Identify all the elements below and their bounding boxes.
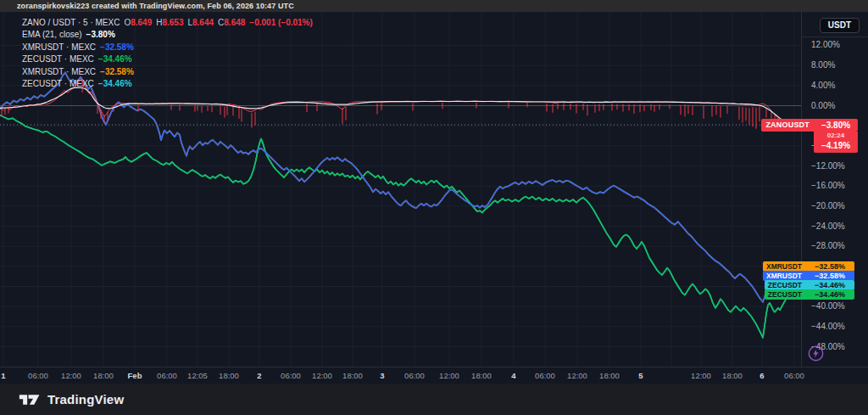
symbol-title: ZANO / USDT · 5 · MEXC (22, 19, 120, 27)
snapshot-header: zoranspirkovski223 created with TradingV… (0, 0, 868, 12)
legend-compare-row-zec-teal[interactable]: ZECUSDT · MEXC −34.46% (22, 80, 313, 88)
time-axis-tick: 18:00 (599, 371, 620, 380)
time-axis-tick: 18:00 (722, 371, 743, 380)
time-axis-tick: 06:00 (281, 371, 301, 380)
zano-price-label-value: −3.80% (814, 119, 858, 132)
time-axis-tick: 12:00 (312, 371, 332, 380)
time-axis-tick: 5 (638, 371, 643, 380)
tradingview-logo-icon[interactable] (19, 391, 41, 408)
tradingview-snapshot: { "header": { "text": "zoranspirkovski22… (0, 0, 868, 415)
tradingview-wordmark[interactable]: TradingView (47, 392, 124, 407)
ohlc-low: L8.644 (187, 19, 214, 27)
price-axis-tick: 4.00% (811, 81, 835, 90)
price-axis-tick: 0.00% (811, 102, 835, 110)
time-axis-tick: 12:05 (187, 371, 208, 380)
time-axis-tick: Feb (128, 371, 142, 380)
zano-price-label: ZANOUSDT −3.80% 02:24 −4.19% (761, 119, 858, 153)
price-axis-tick: 12.00% (811, 41, 840, 49)
price-axis-top-separator (802, 36, 868, 37)
bar-countdown: 02:24 (814, 132, 858, 139)
ema-price-label-value: −4.19% (814, 139, 858, 153)
compare-price-label-value: −34.46% (805, 289, 854, 300)
time-axis-tick: 12:00 (61, 371, 81, 380)
ohlc-close: C8.648 (218, 19, 245, 27)
time-axis-tick: 18:00 (93, 371, 114, 380)
time-axis-tick: 1 (1, 371, 5, 380)
compare-price-label-tag: ZECUSDT (765, 289, 805, 300)
price-axis-tick: 8.00% (811, 61, 835, 70)
legend-ema-row[interactable]: EMA (21, close) −3.80% (22, 31, 313, 39)
price-axis-border (801, 12, 802, 367)
price-axis-tick: −24.00% (811, 222, 845, 231)
time-axis-tick: 12:00 (439, 371, 459, 380)
time-axis-tick: 4 (511, 371, 515, 380)
legend-compare-row-zec-green[interactable]: ZECUSDT · MEXC −34.46% (22, 55, 313, 64)
price-axis-tick: −20.00% (811, 202, 845, 210)
snapshot-header-text: zoranspirkovski223 created with TradingV… (17, 2, 294, 10)
time-axis-tick: 12:00 (691, 371, 711, 380)
footer: TradingView (0, 384, 868, 415)
ohlc-open: O8.649 (124, 19, 152, 27)
currency-toggle-button[interactable]: USDT (820, 18, 860, 33)
legend-compare-row-xmr-orange[interactable]: XMRUSDT · MEXC −32.58% (22, 68, 313, 76)
time-axis-tick: 12:00 (567, 371, 587, 380)
legend-compare-row-xmr-blue[interactable]: XMRUSDT · MEXC −32.58% (22, 43, 313, 52)
time-axis-tick: 18:00 (342, 371, 363, 380)
time-axis-tick: 2 (257, 371, 261, 380)
price-axis-tick: −12.00% (811, 162, 845, 171)
ohlc-high: H8.653 (156, 19, 183, 27)
zano-price-label-tag: ZANOUSDT (761, 119, 814, 132)
symbol-change: −0.001 (−0.01%) (249, 19, 313, 27)
price-axis-tick: −44.00% (811, 322, 845, 331)
time-axis-tick: 3 (380, 371, 384, 380)
time-axis-tick: 06:00 (157, 371, 177, 380)
price-axis-tick: −16.00% (811, 182, 845, 190)
boost-flash-icon[interactable] (808, 345, 824, 362)
chart-area[interactable]: ZANO / USDT · 5 · MEXC O8.649 H8.653 L8.… (0, 12, 868, 384)
time-axis-tick: 06:00 (784, 371, 804, 380)
time-axis-border (0, 367, 868, 367)
price-axis-tick: −40.00% (811, 302, 845, 311)
time-axis-tick: 6 (760, 371, 764, 380)
time-axis-tick: 06:00 (404, 371, 425, 380)
time-axis-tick: 18:00 (219, 371, 239, 380)
time-axis-tick: 18:00 (471, 371, 492, 380)
legend: ZANO / USDT · 5 · MEXC O8.649 H8.653 L8.… (22, 19, 313, 92)
time-axis-tick: 06:00 (535, 371, 555, 380)
compare-price-label: ZECUSDT−34.46% (765, 289, 854, 300)
price-axis-tick: −28.00% (811, 242, 845, 250)
time-axis-tick: 06:00 (28, 371, 48, 380)
legend-symbol-row[interactable]: ZANO / USDT · 5 · MEXC O8.649 H8.653 L8.… (22, 19, 313, 27)
